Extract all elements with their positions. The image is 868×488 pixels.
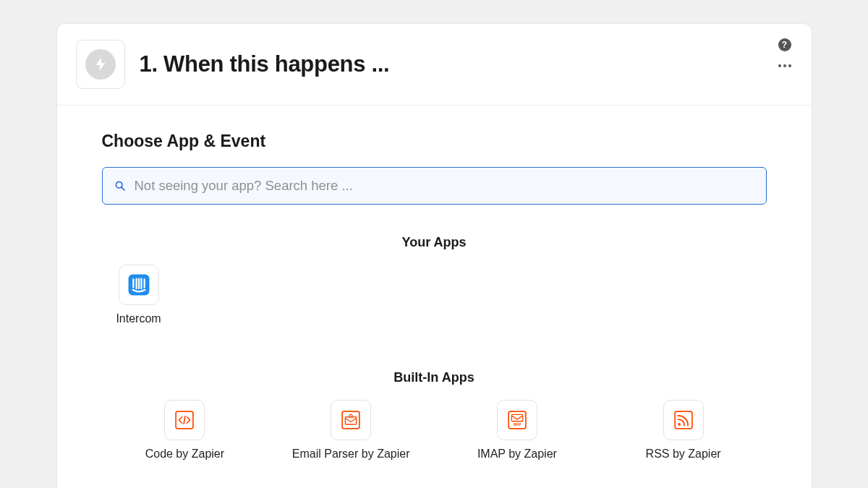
app-search[interactable] [102,167,767,205]
step-header: 1. When this happens ... ? [57,24,812,106]
svg-line-9 [184,416,186,424]
builtin-apps-title: Built-In Apps [102,370,767,385]
email-parser-icon [331,400,371,440]
trigger-step-card: 1. When this happens ... ? Choose App & … [56,23,812,488]
svg-point-12 [349,414,352,417]
your-apps-grid: Intercom [102,260,767,330]
app-label: IMAP by Zapier [477,448,557,461]
app-item-email-parser[interactable]: Email Parser by Zapier [268,395,434,465]
trigger-icon-container [76,40,125,89]
rss-icon [663,400,704,440]
intercom-icon [119,265,159,305]
app-item-code[interactable]: Code by Zapier [102,395,268,465]
svg-rect-14 [511,414,522,421]
your-apps-title: Your Apps [102,235,767,250]
svg-rect-16 [675,411,692,429]
step-title: 1. When this happens ... [140,51,390,77]
app-label: Intercom [116,312,161,325]
code-icon [164,400,205,440]
app-label: RSS by Zapier [646,448,721,461]
choose-app-heading: Choose App & Event [102,132,767,151]
search-icon [114,180,126,192]
svg-line-1 [122,187,124,190]
svg-rect-11 [345,417,356,424]
help-icon[interactable]: ? [778,38,791,51]
app-item-intercom[interactable]: Intercom [106,260,171,330]
header-actions: ? [775,38,794,70]
imap-icon: IMAP [497,400,537,440]
svg-point-17 [678,423,681,426]
app-label: Email Parser by Zapier [292,448,410,461]
svg-text:IMAP: IMAP [513,423,521,427]
builtin-apps-grid: Code by Zapier Email Parser by Zapier [102,395,767,465]
more-icon[interactable] [775,61,794,70]
app-item-rss[interactable]: RSS by Zapier [600,395,767,465]
step-body: Choose App & Event Your Apps [57,106,812,487]
app-label: Code by Zapier [145,448,224,461]
lightning-icon [85,49,116,80]
search-input[interactable] [135,178,754,194]
app-item-imap[interactable]: IMAP IMAP by Zapier [434,395,600,465]
